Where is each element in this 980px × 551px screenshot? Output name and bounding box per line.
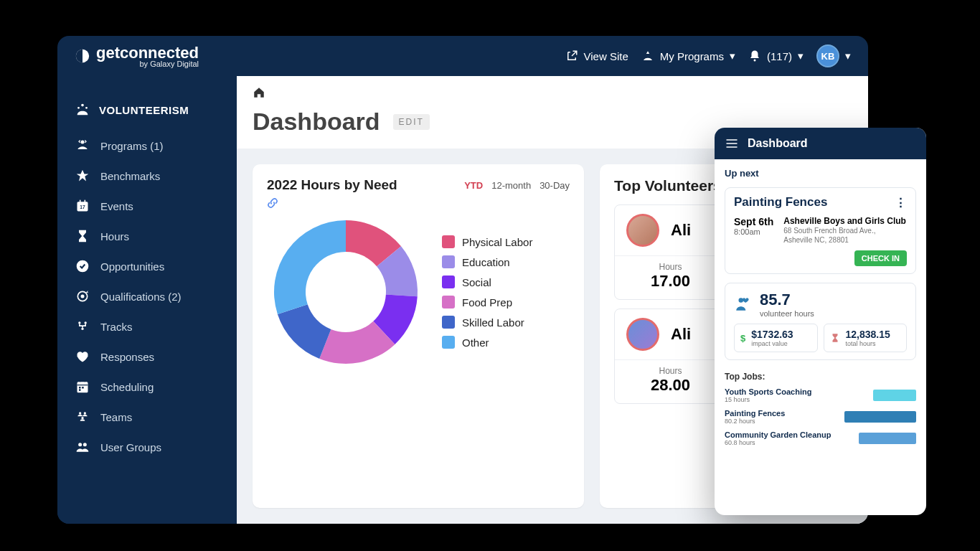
share-icon <box>565 50 578 62</box>
mobile-topbar: Dashboard <box>715 128 926 159</box>
sidebar-item-benchmarks[interactable]: Benchmarks <box>57 161 237 191</box>
volunteer-avatar <box>626 214 659 247</box>
svg-point-22 <box>81 417 83 419</box>
link-icon[interactable] <box>267 197 570 209</box>
mobile-stats-card: 85.7 volunteer hours $ $1732.63impact va… <box>725 283 916 360</box>
upcoming-event-card[interactable]: Painting Fences ⋮ Sept 6th 8:00am Ashevi… <box>725 187 916 274</box>
top-job-row: Community Garden Cleanup60.8 hours <box>725 430 916 446</box>
svg-point-15 <box>81 328 83 330</box>
legend-item: Food Prep <box>442 296 532 309</box>
job-bar <box>844 411 916 423</box>
hours-label: Hours <box>619 262 722 272</box>
total-hours-number: 12,838.15 <box>846 329 890 340</box>
sidebar-item-events[interactable]: 17Events <box>57 191 237 221</box>
job-hours: 15 hours <box>725 396 866 403</box>
sidebar-heading: VOLUNTEERISM <box>57 96 237 131</box>
job-bar <box>859 433 916 444</box>
home-icon <box>253 86 852 99</box>
sidebar-item-responses[interactable]: Responses <box>57 342 237 372</box>
job-hours: 60.8 hours <box>725 439 852 446</box>
range-tab-12month[interactable]: 12-month <box>491 180 531 191</box>
view-site-link[interactable]: View Site <box>565 50 628 62</box>
kebab-icon[interactable]: ⋮ <box>895 195 907 210</box>
event-org: Asheville Boys and Girls Club <box>783 216 907 226</box>
total-hours-chip: 12,838.15total hours <box>824 324 908 352</box>
svg-point-12 <box>81 295 85 298</box>
svg-point-3 <box>77 107 80 109</box>
sidebar-item-programs-[interactable]: Programs (1) <box>57 131 237 161</box>
dollar-icon: $ <box>740 333 745 344</box>
hamburger-icon[interactable] <box>725 136 739 151</box>
svg-text:17: 17 <box>80 204 85 209</box>
legend-item: Other <box>442 336 532 349</box>
up-next-label: Up next <box>725 168 916 179</box>
sidebar-item-label: Tracks <box>100 321 132 333</box>
impact-label: impact value <box>751 340 793 347</box>
event-date: Sept 6th <box>734 216 773 227</box>
sidebar-icon <box>75 228 90 244</box>
sidebar-item-user-groups[interactable]: User Groups <box>57 432 237 462</box>
sidebar-item-label: Qualifications (2) <box>100 291 182 303</box>
range-tab-30day[interactable]: 30-Day <box>540 180 570 191</box>
breadcrumb[interactable] <box>237 76 868 99</box>
sidebar: VOLUNTEERISM Programs (1)Benchmarks17Eve… <box>57 76 237 524</box>
people-icon <box>75 102 90 118</box>
check-in-button[interactable]: CHECK IN <box>854 250 907 266</box>
sidebar-icon <box>75 168 90 184</box>
event-addr2: Asheville NC, 28801 <box>783 235 907 245</box>
sidebar-item-teams[interactable]: Teams <box>57 402 237 432</box>
brand-byline: by Galaxy Digital <box>96 60 199 68</box>
legend-item: Skilled Labor <box>442 316 532 329</box>
mobile-title: Dashboard <box>748 137 808 150</box>
bell-icon <box>748 50 761 62</box>
svg-point-1 <box>753 60 755 62</box>
volunteer-name: Ali <box>671 221 691 240</box>
legend-swatch <box>442 296 455 309</box>
svg-rect-8 <box>85 200 86 202</box>
sidebar-icon <box>75 439 90 455</box>
impact-value-chip: $ $1732.63impact value <box>734 324 818 352</box>
legend-swatch <box>442 235 455 248</box>
svg-point-14 <box>85 321 87 324</box>
notif-count: (117) <box>767 50 792 62</box>
notifications-button[interactable]: (117) ▾ <box>748 50 804 62</box>
svg-point-13 <box>78 321 80 324</box>
sidebar-icon <box>75 349 90 364</box>
svg-point-25 <box>739 298 744 303</box>
edit-button[interactable]: EDIT <box>393 114 430 130</box>
sidebar-item-tracks[interactable]: Tracks <box>57 311 237 342</box>
user-menu[interactable]: KB ▾ <box>816 44 851 67</box>
sidebar-heading-label: VOLUNTEERISM <box>99 104 189 116</box>
legend-label: Food Prep <box>462 296 512 309</box>
sidebar-icon <box>75 379 90 395</box>
my-programs-menu[interactable]: My Programs ▾ <box>641 50 735 62</box>
topbar: getconnected by Galaxy Digital View Site… <box>57 36 868 76</box>
sidebar-item-qualifications-[interactable]: Qualifications (2) <box>57 281 237 311</box>
job-name: Community Garden Cleanup <box>725 430 852 439</box>
sidebar-item-opportunities[interactable]: Opportunities <box>57 251 237 281</box>
avatar: KB <box>816 44 839 67</box>
legend-label: Social <box>462 276 491 288</box>
legend-label: Skilled Labor <box>462 316 524 329</box>
job-name: Youth Sports Coaching <box>725 387 866 396</box>
total-hours-label: total hours <box>846 340 890 347</box>
chevron-down-icon: ▾ <box>730 50 735 62</box>
legend-item: Physical Labor <box>442 235 532 248</box>
sidebar-icon <box>75 319 90 334</box>
sidebar-item-label: Scheduling <box>100 381 154 393</box>
sidebar-item-scheduling[interactable]: Scheduling <box>57 372 237 402</box>
sidebar-item-hours[interactable]: Hours <box>57 221 237 251</box>
brand: getconnected by Galaxy Digital <box>75 44 199 68</box>
sidebar-icon: 17 <box>75 198 90 214</box>
topbar-right: View Site My Programs ▾ (117) ▾ KB ▾ <box>565 44 851 67</box>
hours-by-need-card: 2022 Hours by Need YTD 12-month 30-Day P… <box>253 164 584 508</box>
hours-card-title: 2022 Hours by Need <box>267 177 456 193</box>
top-job-row: Youth Sports Coaching15 hours <box>725 387 916 403</box>
event-title: Painting Fences <box>734 195 827 210</box>
impact-number: $1732.63 <box>751 329 793 340</box>
legend-label: Education <box>462 256 510 268</box>
chart-legend: Physical LaborEducationSocialFood PrepSk… <box>442 235 532 349</box>
sidebar-item-label: Teams <box>100 411 132 423</box>
range-tab-ytd[interactable]: YTD <box>464 180 483 191</box>
mobile-preview: Dashboard Up next Painting Fences ⋮ Sept… <box>715 128 926 515</box>
